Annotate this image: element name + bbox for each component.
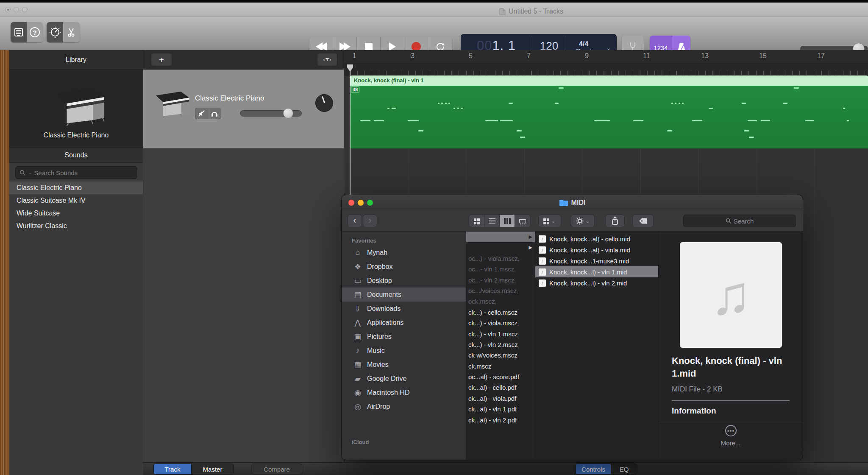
folder-row[interactable]: ▶ bbox=[466, 242, 535, 253]
sound-list-item[interactable]: Classic Suitcase Mk IV bbox=[9, 194, 143, 207]
sidebar-item-airdrop[interactable]: ◎AirDrop bbox=[342, 400, 466, 414]
tags-button[interactable] bbox=[632, 215, 654, 227]
track-header-row[interactable]: Classic Electric Piano bbox=[143, 70, 344, 148]
file-row[interactable]: ck...) - vln 2.mscz bbox=[466, 339, 535, 350]
library-toggle-button[interactable] bbox=[11, 22, 27, 42]
master-tab[interactable]: Master bbox=[191, 464, 234, 474]
midi-note bbox=[520, 137, 525, 138]
sidebar-item-music[interactable]: ♪Music bbox=[342, 344, 466, 358]
sidebar-item-google-drive[interactable]: ▰Google Drive bbox=[342, 372, 466, 386]
sidebar-item-applications[interactable]: ⋀Applications bbox=[342, 316, 466, 330]
chevron-right-icon: › bbox=[323, 56, 325, 63]
controls-tab[interactable]: Controls bbox=[576, 464, 611, 474]
search-sounds-input[interactable]: ⌄ Search Sounds bbox=[15, 166, 137, 179]
midi-file-row[interactable]: ♪Knock, knock...l) - vln 1.mid bbox=[535, 266, 658, 277]
window-title: Untitled 5 - Tracks bbox=[499, 8, 563, 15]
gallery-view-button[interactable] bbox=[515, 215, 530, 227]
quick-help-button[interactable]: ? bbox=[27, 22, 43, 42]
sidebar-item-mynah[interactable]: ⌂Mynah bbox=[342, 246, 466, 260]
desktop-icon: ▭ bbox=[353, 276, 363, 285]
smart-controls-button[interactable] bbox=[47, 22, 63, 42]
sidebar-item-dropbox[interactable]: ❖Dropbox bbox=[342, 260, 466, 274]
finder-zoom-button[interactable] bbox=[367, 200, 373, 206]
finder-sidebar: Favorites ⌂Mynah❖Dropbox▭Desktop▤Documen… bbox=[342, 232, 466, 460]
file-row-dimmed[interactable]: oc.../voices.mscz, bbox=[466, 285, 535, 296]
file-row-dimmed[interactable]: oc...- vln 2.mscz, bbox=[466, 275, 535, 285]
file-row[interactable]: ck...) - viola.mscz bbox=[466, 318, 535, 328]
track-volume-thumb[interactable] bbox=[283, 108, 293, 118]
finder-toolbar: ‹ › ⌄ bbox=[342, 210, 803, 232]
sound-list-item[interactable]: Classic Electric Piano bbox=[9, 182, 143, 194]
file-row[interactable]: ck.mscz bbox=[466, 361, 535, 372]
midi-note bbox=[847, 120, 849, 121]
finder-minimize-button[interactable] bbox=[358, 200, 364, 206]
midi-note bbox=[805, 120, 814, 121]
action-menu-button[interactable]: ⌄ bbox=[571, 215, 595, 227]
file-row[interactable]: ck...al) - vln 1.pdf bbox=[466, 404, 535, 414]
file-row[interactable]: ck...) - vln 1.mscz bbox=[466, 329, 535, 339]
timeline-ticks[interactable] bbox=[344, 64, 868, 75]
forward-button[interactable]: › bbox=[363, 215, 377, 227]
zoom-window-button[interactable] bbox=[22, 7, 28, 12]
search-placeholder: Search bbox=[734, 218, 754, 225]
chevron-left-icon: ‹ bbox=[330, 56, 331, 63]
list-view-button[interactable] bbox=[484, 215, 500, 227]
add-track-button[interactable]: + bbox=[151, 53, 172, 66]
eq-tab[interactable]: EQ bbox=[611, 464, 637, 474]
timeline-ruler[interactable]: 1357911131517 bbox=[344, 50, 868, 64]
finder-close-button[interactable] bbox=[348, 200, 354, 206]
sidebar-item-label: Music bbox=[367, 347, 385, 355]
more-ellipsis-icon[interactable]: ••• bbox=[725, 425, 737, 436]
sidebar-item-label: Desktop bbox=[367, 277, 392, 285]
finder-titlebar[interactable]: MIDI bbox=[342, 195, 803, 210]
file-row[interactable]: ck...al) - vln 2.pdf bbox=[466, 415, 535, 425]
file-row-dimmed[interactable]: ock.mscz, bbox=[466, 296, 535, 307]
icon-view-button[interactable] bbox=[469, 215, 484, 227]
funnel-icon bbox=[326, 58, 329, 61]
sidebar-item-movies[interactable]: ▦Movies bbox=[342, 358, 466, 372]
file-row[interactable]: oc...al) - score.pdf bbox=[466, 372, 535, 382]
track-filter-button[interactable]: ›‹ bbox=[317, 53, 337, 66]
midi-region[interactable]: Knock, knock (final) - vln 1 48 bbox=[350, 75, 868, 148]
solo-headphones-button[interactable] bbox=[208, 108, 221, 119]
sidebar-item-pictures[interactable]: ▣Pictures bbox=[342, 330, 466, 344]
sidebar-item-macintosh-hd[interactable]: ◉Macintosh HD bbox=[342, 386, 466, 400]
folder-icon bbox=[559, 198, 568, 207]
editors-button[interactable] bbox=[63, 22, 80, 42]
file-row[interactable]: ck...) - cello.mscz bbox=[466, 307, 535, 318]
midi-note bbox=[709, 108, 713, 109]
sidebar-item-documents[interactable]: ▤Documents bbox=[342, 288, 466, 302]
back-button[interactable]: ‹ bbox=[348, 215, 362, 227]
midi-file-row[interactable]: ♪Knock, knock...al) - cello.mid bbox=[535, 233, 658, 244]
file-row[interactable]: ck...al) - cello.pdf bbox=[466, 382, 535, 393]
more-label[interactable]: More... bbox=[659, 439, 803, 447]
file-row-dimmed[interactable]: oc...- vln 1.mscz, bbox=[466, 264, 535, 274]
column-view-button[interactable] bbox=[500, 215, 515, 227]
downloads-icon: ⇩ bbox=[353, 304, 363, 313]
file-row[interactable]: ck w/voices.mscz bbox=[466, 350, 535, 360]
file-row[interactable]: ck...al) - viola.pdf bbox=[466, 393, 535, 404]
track-tab[interactable]: Track bbox=[154, 464, 191, 474]
close-window-button[interactable] bbox=[5, 7, 11, 12]
group-by-button[interactable]: ⌄ bbox=[538, 215, 561, 227]
sidebar-item-desktop[interactable]: ▭Desktop bbox=[342, 274, 466, 288]
folder-row[interactable]: ▶ bbox=[466, 232, 535, 242]
sound-list-item[interactable]: Wide Suitcase bbox=[9, 207, 143, 220]
finder-search-input[interactable]: Search bbox=[683, 215, 796, 227]
sound-list-item[interactable]: Wurlitzer Classic bbox=[9, 220, 143, 232]
share-button[interactable] bbox=[605, 215, 625, 227]
midi-file-row[interactable]: ♪Knock, knock...1-muse3.mid bbox=[535, 255, 658, 266]
minimize-window-button[interactable] bbox=[14, 7, 19, 12]
file-row-dimmed[interactable]: oc...) - viola.mscz, bbox=[466, 253, 535, 264]
midi-file-row[interactable]: ♪Knock, knock...al) - viola.mid bbox=[535, 244, 658, 255]
pan-knob[interactable] bbox=[315, 94, 333, 112]
mute-button[interactable] bbox=[195, 108, 208, 119]
garageband-titlebar: Untitled 5 - Tracks bbox=[0, 3, 868, 17]
sidebar-item-label: AirDrop bbox=[367, 403, 390, 411]
midi-file-row[interactable]: ♪Knock, knock...l) - vln 2.mid bbox=[535, 277, 658, 288]
columns-icon bbox=[504, 218, 506, 224]
ruler-bar-number: 13 bbox=[701, 52, 709, 60]
compare-button[interactable]: Compare bbox=[251, 464, 302, 475]
sidebar-item-downloads[interactable]: ⇩Downloads bbox=[342, 302, 466, 316]
midi-note bbox=[517, 130, 522, 131]
